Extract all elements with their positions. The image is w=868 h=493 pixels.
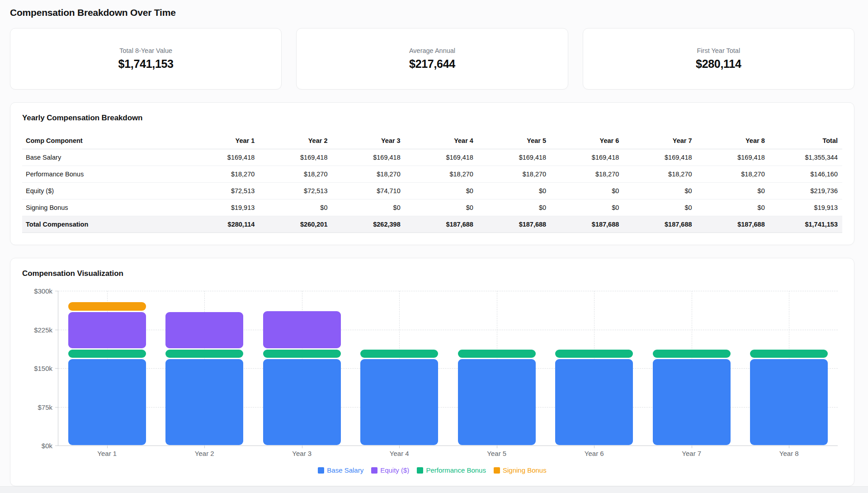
summary-cards-row: Total 8-Year Value $1,741,153 Average An… [10, 28, 854, 90]
bar-segment-performance-bonus[interactable] [653, 350, 731, 358]
summary-card-value: $217,644 [409, 57, 455, 71]
table-row: Base Salary$169,418$169,418$169,418$169,… [22, 149, 842, 166]
x-tick-mark [692, 446, 692, 448]
summary-card-average-annual: Average Annual $217,644 [296, 28, 568, 90]
bar-segment-equity[interactable] [68, 312, 146, 348]
x-axis-line [58, 446, 838, 446]
bar-segment-performance-bonus[interactable] [458, 350, 536, 358]
table-header-cell: Total [769, 133, 842, 149]
table-header-cell: Year 7 [623, 133, 696, 149]
bar-segment-performance-bonus[interactable] [555, 350, 633, 358]
bar-segment-performance-bonus[interactable] [750, 350, 828, 358]
x-tick-mark [107, 446, 108, 448]
table-cell: $280,114 [186, 216, 259, 233]
bar-segment-performance-bonus[interactable] [68, 350, 146, 358]
table-cell: $1,741,153 [769, 216, 842, 233]
table-header-cell: Year 3 [332, 133, 405, 149]
bar-segment-performance-bonus[interactable] [360, 350, 438, 358]
row-label: Total Compensation [22, 216, 186, 233]
bar-segment-base-salary[interactable] [555, 359, 633, 445]
table-title: Yearly Compensation Breakdown [22, 114, 842, 123]
x-tick-label: Year 8 [779, 450, 799, 457]
table-cell: $169,418 [623, 149, 696, 166]
table-header-cell: Year 1 [186, 133, 259, 149]
legend-swatch [371, 467, 377, 474]
table-cell: $72,513 [259, 183, 332, 199]
bar-segment-base-salary[interactable] [68, 359, 146, 445]
bar-segment-base-salary[interactable] [653, 359, 731, 445]
table-header-cell: Year 4 [405, 133, 478, 149]
summary-card-label: Average Annual [409, 47, 455, 54]
table-cell: $0 [551, 183, 623, 199]
table-cell: $72,513 [186, 183, 259, 199]
x-tick-label: Year 1 [97, 450, 117, 457]
x-tick-label: Year 5 [487, 450, 506, 457]
bottom-strip [0, 486, 868, 493]
bar-segment-performance-bonus[interactable] [165, 350, 243, 358]
visualization-panel: Compensation Visualization $0k$75k$150k$… [10, 258, 854, 486]
table-header-cell: Comp Component [22, 133, 186, 149]
x-tick-mark [497, 446, 497, 448]
table-cell: $0 [478, 183, 551, 199]
bar-segment-base-salary[interactable] [165, 359, 243, 445]
chart-title: Compensation Visualization [22, 269, 842, 278]
legend-item-signing-bonus[interactable]: Signing Bonus [494, 466, 547, 474]
y-tick-label: $225k [34, 326, 52, 333]
bar-segment-base-salary[interactable] [750, 359, 828, 445]
legend-item-performance-bonus[interactable]: Performance Bonus [417, 466, 486, 474]
h-gridline [58, 291, 838, 291]
summary-card-total-value: Total 8-Year Value $1,741,153 [10, 28, 282, 90]
table-cell: $19,913 [186, 199, 259, 216]
y-tick-mark [55, 330, 58, 330]
table-header-cell: Year 6 [551, 133, 623, 149]
bar-segment-signing-bonus[interactable] [68, 302, 146, 311]
table-cell: $260,201 [259, 216, 332, 233]
table-cell: $18,270 [551, 166, 623, 183]
table-cell: $187,688 [478, 216, 551, 233]
table-cell: $146,160 [769, 166, 842, 183]
bar-segment-base-salary[interactable] [263, 359, 341, 445]
legend-label: Base Salary [327, 466, 363, 474]
legend-label: Performance Bonus [426, 466, 486, 474]
x-tick-mark [302, 446, 302, 448]
y-tick-mark [55, 368, 58, 369]
legend-swatch [494, 467, 500, 474]
y-tick-label: $150k [34, 365, 52, 372]
x-tick-label: Year 4 [390, 450, 409, 457]
table-row: Equity ($)$72,513$72,513$74,710$0$0$0$0$… [22, 183, 842, 199]
table-cell: $0 [623, 199, 696, 216]
table-cell: $1,355,344 [769, 149, 842, 166]
y-tick-label: $0k [42, 442, 52, 450]
table-cell: $169,418 [332, 149, 405, 166]
table-cell: $187,688 [623, 216, 696, 233]
row-label: Equity ($) [22, 183, 186, 199]
table-cell: $169,418 [405, 149, 478, 166]
bar-segment-equity[interactable] [165, 312, 243, 348]
y-tick-mark [55, 446, 58, 446]
bar-segment-equity[interactable] [263, 311, 341, 348]
legend-item-base-salary[interactable]: Base Salary [318, 466, 363, 474]
row-label: Base Salary [22, 149, 186, 166]
table-cell: $0 [551, 199, 623, 216]
table-header-row: Comp ComponentYear 1Year 2Year 3Year 4Ye… [22, 133, 842, 149]
compensation-dashboard: Compensation Breakdown Over Time Total 8… [0, 0, 868, 486]
summary-card-label: Total 8-Year Value [119, 47, 172, 54]
x-tick-mark [204, 446, 205, 448]
bar-segment-performance-bonus[interactable] [263, 350, 341, 358]
bar-segment-base-salary[interactable] [458, 359, 536, 445]
table-cell: $169,418 [551, 149, 623, 166]
table-row: Signing Bonus$19,913$0$0$0$0$0$0$0$19,91… [22, 199, 842, 216]
legend-item-equity[interactable]: Equity ($) [371, 466, 409, 474]
table-cell: $18,270 [697, 166, 769, 183]
x-tick-mark [594, 446, 594, 448]
table-cell: $0 [478, 199, 551, 216]
page-title: Compensation Breakdown Over Time [10, 7, 854, 18]
table-cell: $18,270 [332, 166, 405, 183]
bar-segment-base-salary[interactable] [360, 359, 438, 445]
x-tick-mark [789, 446, 789, 448]
summary-card-value: $280,114 [696, 57, 741, 71]
table-cell: $169,418 [478, 149, 551, 166]
table-cell: $187,688 [697, 216, 769, 233]
table-cell: $18,270 [186, 166, 259, 183]
table-header-cell: Year 2 [259, 133, 332, 149]
